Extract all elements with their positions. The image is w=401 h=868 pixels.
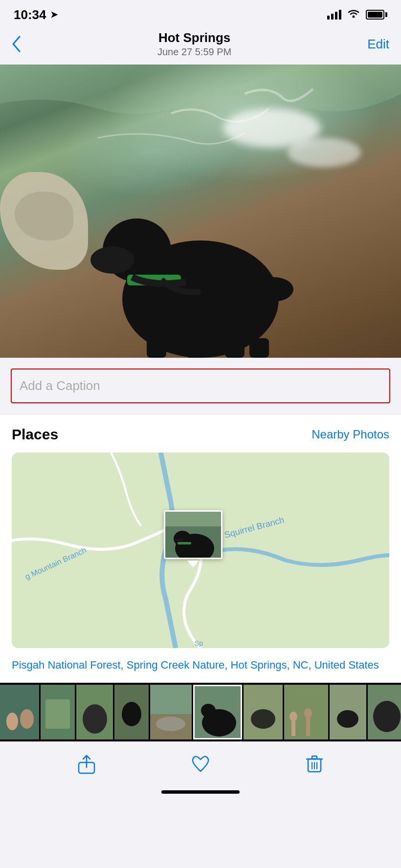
status-icons [327, 8, 387, 21]
status-bar: 10:34 ➤ [0, 0, 401, 26]
delete-button[interactable] [304, 754, 325, 774]
map-photo-pin [164, 510, 223, 559]
time-display: 10:34 [14, 7, 46, 22]
svg-point-26 [83, 704, 107, 734]
nav-bar: Hot Springs June 27 5:59 PM Edit [0, 26, 401, 65]
film-thumb-1[interactable] [0, 685, 39, 739]
map-pin-thumbnail [165, 512, 221, 558]
map-pin-arrow [187, 561, 199, 567]
svg-rect-7 [186, 343, 205, 358]
home-bar [161, 790, 240, 794]
places-section: Places Nearby Photos Squirrel Branch g M… [0, 414, 401, 683]
trash-icon [304, 754, 325, 774]
location-arrow-icon: ➤ [50, 9, 58, 20]
svg-point-45 [373, 701, 401, 732]
nearby-photos-link[interactable]: Nearby Photos [312, 428, 389, 441]
svg-rect-6 [147, 338, 166, 358]
svg-rect-20 [0, 685, 39, 739]
svg-point-22 [20, 709, 34, 729]
filmstrip[interactable] [0, 683, 401, 741]
svg-point-41 [304, 708, 312, 718]
back-button[interactable] [12, 36, 22, 52]
svg-point-43 [337, 710, 358, 728]
film-thumb-9[interactable] [330, 685, 366, 739]
svg-text:Sp: Sp [195, 639, 203, 647]
caption-input[interactable] [11, 369, 390, 403]
share-button[interactable] [76, 754, 97, 774]
toolbar [0, 741, 401, 785]
svg-point-21 [6, 713, 18, 730]
svg-rect-8 [225, 343, 245, 358]
svg-rect-19 [165, 512, 223, 526]
svg-rect-9 [249, 338, 269, 358]
heart-icon [190, 754, 211, 774]
svg-point-31 [156, 716, 185, 731]
svg-rect-38 [291, 719, 295, 736]
film-thumb-3[interactable] [76, 685, 113, 739]
film-thumb-10[interactable] [368, 685, 401, 739]
svg-rect-18 [178, 542, 191, 544]
film-thumb-4[interactable] [114, 685, 149, 739]
wifi-icon [347, 8, 360, 21]
svg-point-4 [90, 246, 134, 274]
edit-button[interactable]: Edit [367, 37, 389, 52]
caption-area[interactable] [0, 358, 401, 414]
svg-point-39 [290, 712, 297, 721]
film-thumb-8[interactable] [284, 685, 328, 739]
home-indicator [0, 785, 401, 803]
like-button[interactable] [190, 754, 211, 774]
film-thumb-7[interactable] [244, 685, 283, 739]
main-photo [0, 65, 401, 358]
map-location-text[interactable]: Pisgah National Forest, Spring Creek Nat… [12, 657, 389, 683]
svg-point-36 [251, 709, 275, 729]
map-background: Squirrel Branch g Mountain Branch Sp [12, 453, 389, 648]
status-time: 10:34 ➤ [14, 7, 58, 22]
nav-title: Hot Springs [157, 30, 231, 45]
map-container[interactable]: Squirrel Branch g Mountain Branch Sp [12, 453, 389, 648]
nav-title-group: Hot Springs June 27 5:59 PM [157, 30, 231, 58]
film-thumb-2[interactable] [41, 685, 75, 739]
svg-point-34 [201, 704, 216, 717]
signal-icon [327, 10, 341, 20]
film-thumb-6[interactable] [193, 685, 242, 739]
svg-point-28 [122, 702, 141, 726]
svg-rect-40 [306, 716, 310, 736]
places-header: Places Nearby Photos [12, 426, 389, 443]
places-title: Places [12, 426, 58, 443]
svg-rect-51 [312, 756, 317, 759]
share-icon [76, 754, 97, 774]
battery-icon [366, 10, 387, 20]
svg-point-10 [254, 277, 293, 302]
svg-rect-24 [45, 699, 70, 729]
svg-point-0 [353, 16, 355, 18]
nav-subtitle: June 27 5:59 PM [157, 46, 231, 58]
film-thumb-5[interactable] [150, 685, 192, 739]
